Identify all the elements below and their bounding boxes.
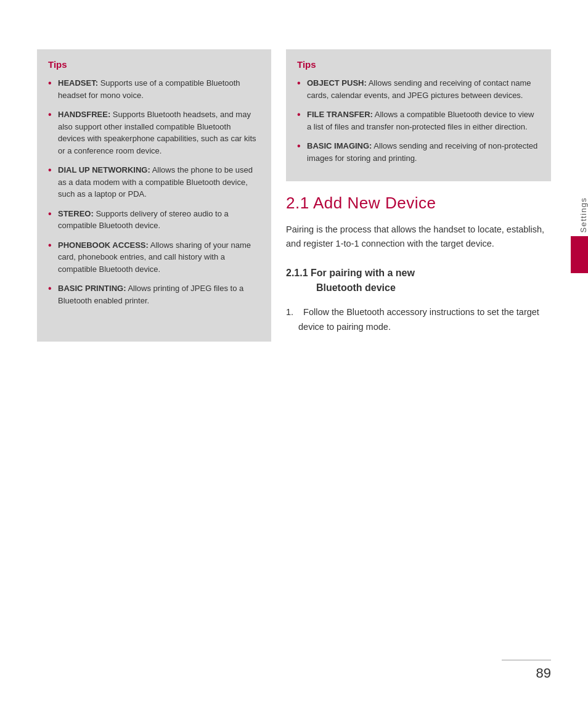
list-item: BASIC IMAGING: Allows sending and receiv… [297, 140, 540, 164]
item-label: BASIC PRINTING: [58, 284, 126, 293]
list-item: FILE TRANSFER: Allows a compatible Bluet… [297, 109, 540, 133]
item-label: HEADSET: [58, 78, 98, 88]
list-item: PHONEBOOK ACCESS: Allows sharing of your… [48, 239, 260, 276]
item-label: OBJECT PUSH: [307, 78, 367, 88]
section-description: Pairing is the process that allows the h… [286, 223, 551, 251]
side-tab-container: Settings [571, 197, 588, 273]
page-number: 89 [536, 665, 551, 681]
list-item: DIAL UP NETWORKING: Allows the phone to … [48, 164, 260, 200]
side-tab-bar [571, 236, 588, 273]
left-tips-box: Tips HEADSET: Supports use of a compatib… [37, 49, 271, 342]
item-label: STEREO: [58, 209, 94, 218]
list-item: STEREO: Supports delivery of stereo audi… [48, 208, 260, 232]
list-item: BASIC PRINTING: Allows printing of JPEG … [48, 282, 260, 306]
subsection-heading-text: 2.1.1 For pairing with a new Bluetooth d… [286, 268, 415, 293]
list-item: 1. Follow the Bluetooth accessory instru… [286, 305, 551, 334]
page-container: Tips HEADSET: Supports use of a compatib… [0, 0, 588, 706]
item-label: FILE TRANSFER: [307, 110, 373, 119]
main-layout: Tips HEADSET: Supports use of a compatib… [37, 49, 551, 342]
item-label: HANDSFREE: [58, 110, 110, 119]
subsection-heading: 2.1.1 For pairing with a new Bluetooth d… [286, 266, 551, 295]
page-number-container: 89 [502, 660, 551, 681]
left-tips-list: HEADSET: Supports use of a compatible Bl… [48, 77, 260, 306]
list-item: HANDSFREE: Supports Bluetooth headsets, … [48, 109, 260, 157]
item-label: BASIC IMAGING: [307, 141, 372, 150]
right-tips-title: Tips [297, 59, 540, 70]
step-text: Follow the Bluetooth accessory instructi… [298, 307, 539, 331]
right-tips-box: Tips OBJECT PUSH: Allows sending and rec… [286, 49, 551, 181]
side-tab-text: Settings [579, 197, 588, 232]
step-number: 1. [286, 305, 293, 319]
list-item: HEADSET: Supports use of a compatible Bl… [48, 77, 260, 101]
list-item: OBJECT PUSH: Allows sending and receivin… [297, 77, 540, 101]
item-label: PHONEBOOK ACCESS: [58, 240, 149, 250]
page-divider [502, 660, 551, 660]
right-content: Tips OBJECT PUSH: Allows sending and rec… [286, 49, 551, 342]
item-label: DIAL UP NETWORKING: [58, 165, 150, 174]
section-heading: 2.1 Add New Device [286, 194, 551, 213]
left-tips-title: Tips [48, 59, 260, 70]
right-tips-list: OBJECT PUSH: Allows sending and receivin… [297, 77, 540, 164]
steps-list: 1. Follow the Bluetooth accessory instru… [286, 305, 551, 334]
